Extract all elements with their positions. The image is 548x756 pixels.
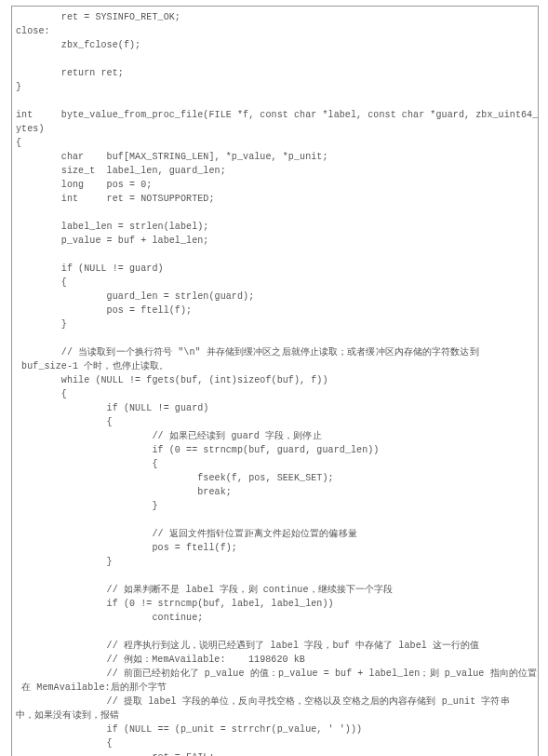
code-block-frame: ret = SYSINFO_RET_OK; close: zbx_fclose(…	[11, 6, 539, 756]
page-container: ret = SYSINFO_RET_OK; close: zbx_fclose(…	[0, 0, 548, 756]
code-content: ret = SYSINFO_RET_OK; close: zbx_fclose(…	[16, 10, 534, 756]
